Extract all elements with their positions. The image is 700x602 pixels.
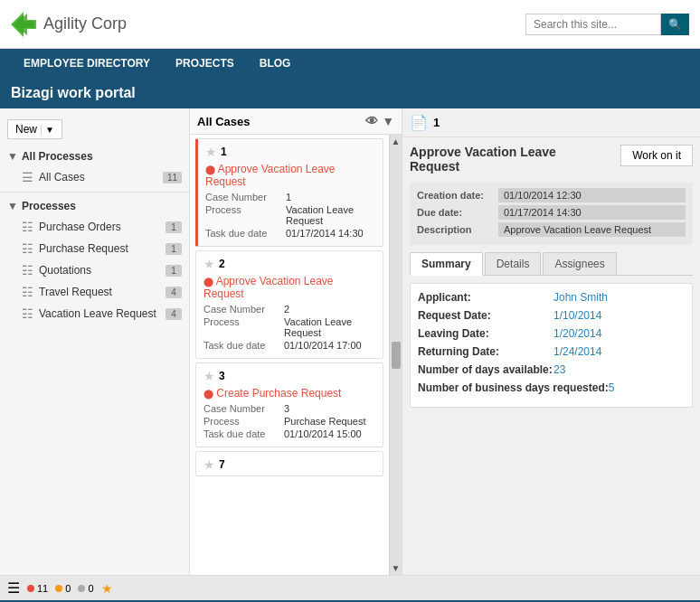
case-card-1[interactable]: ★ 1 ⬤ Approve Vacation Leave Request Cas… bbox=[195, 138, 383, 247]
request-date-key: Request Date: bbox=[418, 309, 553, 322]
detail-tabs: Summary Details Assignees bbox=[410, 252, 693, 276]
case-red-dot-2: ⬤ bbox=[203, 277, 213, 287]
nav-bar: EMPLOYEE DIRECTORY PROJECTS BLOG bbox=[0, 49, 700, 78]
favorites-star[interactable]: ★ bbox=[101, 581, 113, 596]
yellow-status: 0 bbox=[55, 583, 71, 594]
vacation-leave-icon: ☷ bbox=[22, 306, 33, 321]
case-title-3: ⬤ Create Purchase Request bbox=[203, 387, 375, 400]
cases-panel-body: ★ 1 ⬤ Approve Vacation Leave Request Cas… bbox=[190, 135, 402, 575]
case-card-3[interactable]: ★ 3 ⬤ Create Purchase Request Case Numbe… bbox=[195, 362, 383, 447]
svg-marker-2 bbox=[13, 14, 34, 34]
new-button-arrow[interactable]: ▼ bbox=[41, 125, 54, 135]
new-button[interactable]: New ▼ bbox=[7, 119, 62, 139]
work-on-it-button[interactable]: Work on it bbox=[620, 145, 693, 166]
cases-panel-header: All Cases 👁 ▼ bbox=[190, 108, 402, 135]
purchase-request-count: 1 bbox=[166, 243, 182, 255]
logo-area: Agility Corp bbox=[11, 12, 127, 37]
summary-row-business-days: Number of business days requested: 5 bbox=[418, 381, 685, 394]
scroll-down-button[interactable]: ▼ bbox=[392, 563, 401, 573]
travel-request-count: 4 bbox=[166, 287, 182, 298]
leaving-date-key: Leaving Date: bbox=[418, 327, 553, 340]
cases-scrollbar[interactable]: ▲ ▼ bbox=[389, 135, 402, 575]
case-title-2: ⬤ Approve Vacation Leave Request bbox=[203, 275, 375, 300]
processes-section[interactable]: ▼ Processes bbox=[0, 196, 189, 216]
detail-content: Approve Vacation Leave Request Work on i… bbox=[402, 137, 700, 575]
case-fields-2: Case Number2 ProcessVacation Leave Reque… bbox=[203, 304, 375, 351]
sidebar-item-vacation-leave[interactable]: ☷ Vacation Leave Request 4 bbox=[0, 303, 189, 325]
request-date-value: 1/10/2014 bbox=[553, 309, 601, 322]
due-date-key: Due date: bbox=[417, 207, 498, 218]
all-cases-icon: ☰ bbox=[22, 170, 33, 184]
purchase-orders-label: Purchase Orders bbox=[39, 221, 160, 233]
detail-case-number: 1 bbox=[433, 116, 440, 129]
all-cases-count: 11 bbox=[163, 172, 182, 183]
search-button[interactable]: 🔍 bbox=[661, 14, 689, 35]
search-input[interactable] bbox=[525, 14, 661, 35]
sidebar-item-all-cases[interactable]: ☰ All Cases 11 bbox=[0, 166, 189, 188]
case-header-7: ★ 7 bbox=[203, 457, 375, 472]
processes-label: Processes bbox=[22, 200, 76, 212]
purchase-orders-icon: ☷ bbox=[22, 220, 33, 234]
summary-row-leaving-date: Leaving Date: 1/20/2014 bbox=[418, 327, 685, 340]
sidebar-item-travel-request[interactable]: ☷ Travel Request 4 bbox=[0, 281, 189, 303]
star-icon-7[interactable]: ★ bbox=[203, 457, 215, 472]
description-value: Approve Vacation Leave Request bbox=[498, 222, 686, 237]
leaving-date-value: 1/20/2014 bbox=[553, 327, 601, 340]
red-dot bbox=[27, 585, 34, 592]
nav-item-employee-directory[interactable]: EMPLOYEE DIRECTORY bbox=[11, 49, 163, 78]
tab-summary[interactable]: Summary bbox=[410, 252, 483, 276]
returning-date-key: Returning Date: bbox=[418, 345, 553, 358]
detail-meta: Creation date: 01/10/2014 12:30 Due date… bbox=[410, 183, 693, 245]
processes-arrow: ▼ bbox=[7, 200, 18, 212]
tab-details[interactable]: Details bbox=[485, 252, 542, 275]
detail-task-title: Approve Vacation Leave Request bbox=[410, 145, 591, 174]
detail-header: 📄 1 bbox=[402, 108, 700, 137]
case-header-2: ★ 2 bbox=[203, 257, 375, 271]
logo-icon bbox=[11, 12, 36, 37]
case-header-3: ★ 3 bbox=[203, 369, 375, 383]
days-available-key: Number of days available: bbox=[418, 363, 553, 376]
eye-icon[interactable]: 👁 bbox=[365, 114, 378, 128]
case-fields-1: Case Number1 ProcessVacation Leave Reque… bbox=[205, 192, 375, 239]
sidebar-item-purchase-orders[interactable]: ☷ Purchase Orders 1 bbox=[0, 216, 189, 238]
business-days-key: Number of business days requested: bbox=[418, 381, 609, 394]
sidebar-item-quotations[interactable]: ☷ Quotations 1 bbox=[0, 259, 189, 281]
scroll-thumb[interactable] bbox=[392, 342, 401, 369]
all-processes-label: All Processes bbox=[22, 150, 93, 163]
nav-item-projects[interactable]: PROJECTS bbox=[163, 49, 247, 78]
case-card-2[interactable]: ★ 2 ⬤ Approve Vacation Leave Request Cas… bbox=[195, 250, 383, 359]
cases-panel: All Cases 👁 ▼ ★ 1 ⬤ Approve Vacation Lea… bbox=[190, 108, 402, 575]
gray-status: 0 bbox=[78, 583, 93, 594]
star-icon-3[interactable]: ★ bbox=[203, 369, 215, 383]
all-processes-section[interactable]: ▼ All Processes bbox=[0, 146, 189, 166]
purchase-request-label: Purchase Request bbox=[39, 242, 160, 255]
creation-date-value: 01/10/2014 12:30 bbox=[498, 188, 686, 202]
case-number-2: 2 bbox=[219, 258, 225, 270]
scroll-up-button[interactable]: ▲ bbox=[392, 136, 401, 146]
cases-list: ★ 1 ⬤ Approve Vacation Leave Request Cas… bbox=[190, 135, 389, 575]
star-icon-1[interactable]: ★ bbox=[205, 145, 217, 159]
days-available-value: 23 bbox=[553, 363, 565, 376]
new-button-label: New bbox=[15, 123, 37, 136]
case-number-3: 3 bbox=[219, 370, 225, 382]
purchase-orders-count: 1 bbox=[166, 221, 182, 233]
case-card-7[interactable]: ★ 7 bbox=[195, 451, 383, 476]
nav-item-blog[interactable]: BLOG bbox=[247, 49, 304, 78]
purchase-request-icon: ☷ bbox=[22, 241, 33, 256]
business-days-value: 5 bbox=[609, 381, 615, 394]
creation-date-key: Creation date: bbox=[417, 190, 498, 201]
due-date-value: 01/17/2014 14:30 bbox=[498, 205, 686, 220]
star-icon-2[interactable]: ★ bbox=[203, 257, 215, 271]
logo-text: Agility Corp bbox=[43, 14, 127, 33]
red-status: 11 bbox=[27, 583, 48, 594]
filter-icon[interactable]: ▼ bbox=[382, 114, 394, 128]
tab-assignees[interactable]: Assignees bbox=[543, 252, 616, 275]
detail-meta-due: Due date: 01/17/2014 14:30 bbox=[417, 205, 686, 220]
all-processes-arrow: ▼ bbox=[7, 150, 18, 163]
travel-request-icon: ☷ bbox=[22, 285, 33, 299]
list-icon[interactable]: ☰ bbox=[7, 579, 20, 597]
case-number-1: 1 bbox=[221, 146, 227, 158]
quotations-count: 1 bbox=[166, 265, 182, 277]
sidebar-item-purchase-request[interactable]: ☷ Purchase Request 1 bbox=[0, 238, 189, 259]
detail-meta-desc: Description Approve Vacation Leave Reque… bbox=[417, 222, 686, 237]
